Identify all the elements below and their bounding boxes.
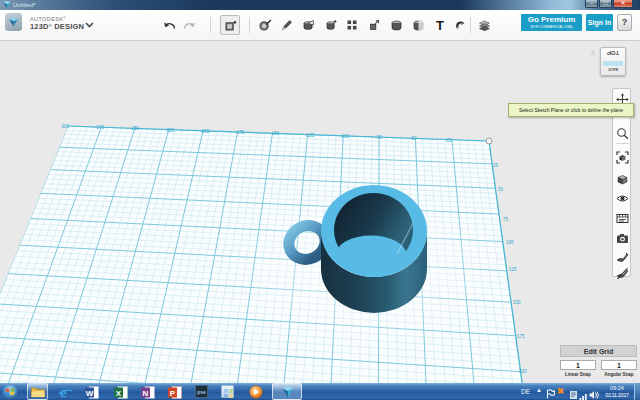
svg-text:X: X bbox=[116, 389, 122, 398]
svg-text:P: P bbox=[170, 389, 176, 398]
svg-text:W: W bbox=[86, 389, 94, 398]
svg-text:N: N bbox=[143, 389, 149, 398]
